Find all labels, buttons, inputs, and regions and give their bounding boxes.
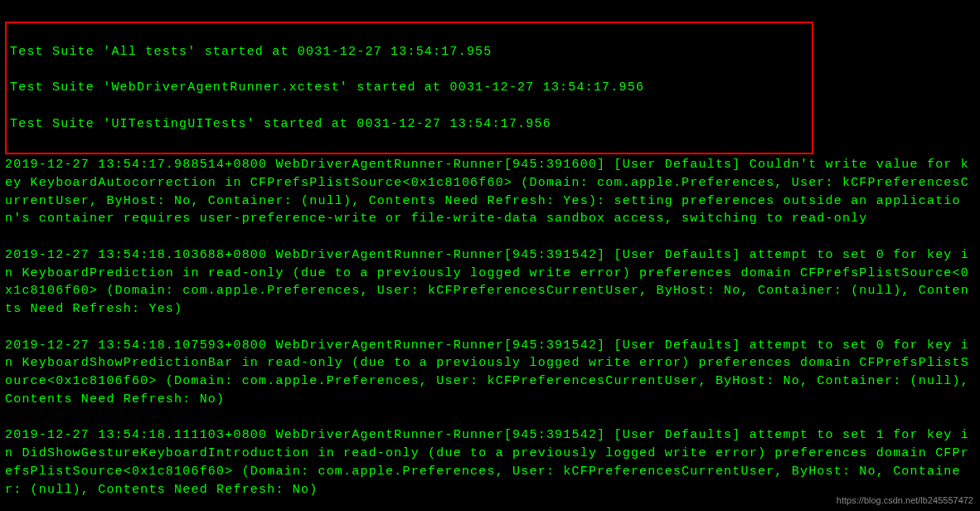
log-line: 2019-12-27 13:54:18.111103+0800 WebDrive… <box>5 426 975 499</box>
log-line: 2019-12-27 13:54:18.103688+0800 WebDrive… <box>5 246 975 319</box>
log-line: Test Suite 'All tests' started at 0031-1… <box>10 43 808 61</box>
watermark-text: https://blog.csdn.net/lb245557472 <box>837 494 973 508</box>
log-line: 2019-12-27 13:54:18.107593+0800 WebDrive… <box>5 337 975 409</box>
log-line: Test Suite 'UITestingUITests' started at… <box>10 115 808 134</box>
highlight-box-top: Test Suite 'All tests' started at 0031-1… <box>5 22 813 154</box>
terminal-output: Test Suite 'All tests' started at 0031-1… <box>0 0 980 511</box>
log-line: 2019-12-27 13:54:17.988514+0800 WebDrive… <box>5 156 975 228</box>
log-line: Test Suite 'WebDriverAgentRunner.xctest'… <box>10 79 808 97</box>
